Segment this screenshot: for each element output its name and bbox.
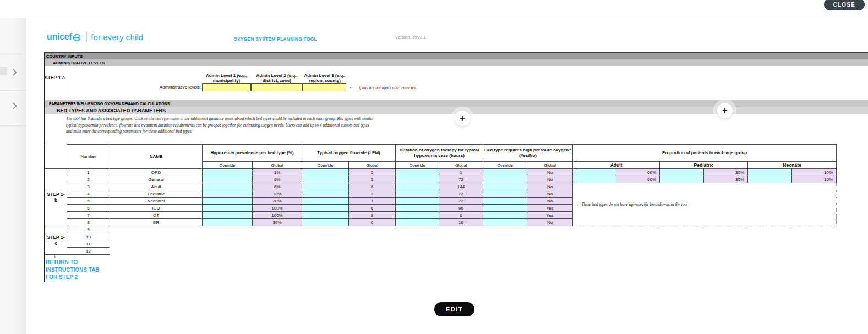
flowrate-global-cell: 6 [349,205,396,212]
hypoxemia-global-cell: 6% [253,176,302,183]
neonate-override-cell[interactable] [748,176,792,183]
flowrate-override-cell[interactable] [302,205,349,212]
flowrate-override-cell[interactable] [302,219,349,226]
bed-type-name-cell[interactable]: General [110,176,203,183]
description-line: The tool has 8 standard bed type groups.… [66,116,484,122]
subheader-neonate: Neonate [748,162,837,169]
bed-type-name-cell[interactable]: OT [110,212,203,219]
flowrate-global-cell: 6 [349,219,396,226]
duration-override-cell[interactable] [396,205,439,212]
flowrate-override-cell[interactable] [302,169,349,176]
unicef-globe-icon [73,34,81,42]
version-label: Version: exV2.1 [395,35,426,40]
hypoxemia-override-cell[interactable] [203,183,253,190]
number-cell[interactable]: 12 [67,248,110,255]
custom-bed-types-table: STEP 1-c 9 10 11 12 [45,226,110,255]
flowrate-override-cell[interactable] [302,198,349,205]
adult-global-cell: 60% [616,169,660,176]
duration-override-cell[interactable] [396,190,439,198]
down-arrow-icon: ↓ [53,253,56,259]
expand-row-button[interactable] [8,67,19,78]
subheader-global: Global [349,162,396,169]
adult-override-cell[interactable] [573,169,616,176]
duration-global-cell: 72 [439,198,483,205]
pediatric-override-cell[interactable] [660,169,704,176]
duration-override-cell[interactable] [396,183,439,190]
number-cell: 8 [67,219,110,226]
flowrate-override-cell[interactable] [302,183,349,190]
sheet-title: OXYGEN SYSTEM PLANNING TOOL [209,36,341,42]
bed-type-name-cell[interactable]: OPD [110,169,203,176]
edit-button[interactable]: EDIT [434,302,474,316]
duration-global-cell: 72 [439,176,483,183]
add-annotation-button[interactable]: + [717,103,733,118]
sidebar-divider [0,54,26,54]
link-line: RETURN TO [46,259,100,266]
neonate-override-cell[interactable] [748,169,792,176]
table-row: 3 Adult 6% 6 144 No ← These bed types do… [45,183,837,190]
chevron-right-icon [10,69,17,76]
duration-global-cell: 96 [439,205,483,212]
close-button[interactable]: CLOSE [824,0,865,10]
flowrate-override-cell[interactable] [302,190,349,198]
number-cell[interactable]: 11 [67,240,110,248]
flowrate-global-cell: 1 [349,198,396,205]
number-cell[interactable]: 9 [67,226,110,233]
hypoxemia-global-cell: 20% [253,198,302,205]
duration-override-cell[interactable] [396,198,439,205]
neonate-global-cell: 10% [792,169,837,176]
number-cell[interactable]: 10 [67,233,110,240]
expand-row-button[interactable] [8,100,19,111]
admin-level-2-input[interactable] [251,83,302,91]
pediatric-override-cell[interactable] [660,176,704,183]
number-cell: 1 [67,169,110,176]
hypoxemia-override-cell[interactable] [203,198,253,205]
hypoxemia-override-cell[interactable] [203,212,253,219]
add-annotation-button[interactable]: + [455,111,470,126]
flowrate-global-cell: 2 [349,190,396,198]
sidebar-divider [0,125,26,126]
bed-type-name-cell[interactable]: Pediatric [110,190,203,198]
high-pressure-override-cell[interactable] [483,198,527,205]
hypoxemia-override-cell[interactable] [203,169,253,176]
hypoxemia-override-cell[interactable] [203,205,253,212]
duration-global-cell: 16 [439,219,483,226]
flowrate-override-cell[interactable] [302,212,349,219]
bed-type-name-cell[interactable]: Neonatal [110,198,203,205]
admin-level-3-input[interactable] [302,83,346,91]
duration-override-cell[interactable] [396,169,439,176]
high-pressure-override-cell[interactable] [483,190,527,198]
bed-type-name-cell[interactable]: ER [110,219,203,226]
subheader-global: Global [439,162,483,169]
flowrate-global-cell: 5 [349,169,396,176]
section-administrative-levels: ADMINISTRATIVE LEVELS [45,59,868,66]
high-pressure-override-cell[interactable] [483,169,527,176]
high-pressure-global-cell: No [527,198,573,205]
high-pressure-override-cell[interactable] [483,205,527,212]
hypoxemia-override-cell[interactable] [203,190,253,198]
duration-override-cell[interactable] [396,212,439,219]
col-header-proportion: Proportion of patients in each age group [573,145,837,162]
duration-override-cell[interactable] [396,176,439,183]
adult-override-cell[interactable] [573,176,616,183]
high-pressure-override-cell[interactable] [483,219,527,226]
high-pressure-global-cell: No [527,219,573,226]
administrative-levels-row-label: Administrative levels: [127,85,201,90]
admin-level-1-input[interactable] [202,83,251,91]
hypoxemia-override-cell[interactable] [203,176,253,183]
high-pressure-override-cell[interactable] [483,212,527,219]
bed-type-name-cell[interactable]: ICU [110,205,203,212]
flowrate-global-cell: 6 [349,183,396,190]
subheader-override: Override [302,162,349,169]
duration-override-cell[interactable] [396,219,439,226]
return-to-instructions-link[interactable]: RETURN TO INSTRUCTIONS TAB FOR STEP 2 [46,259,100,281]
high-pressure-global-cell: No [527,176,573,183]
hypoxemia-override-cell[interactable] [203,219,253,226]
high-pressure-global-cell: Yes [527,205,573,212]
high-pressure-override-cell[interactable] [483,176,527,183]
section-country-inputs: COUNTRY INPUTS [45,52,868,59]
admin-level-1-header: Admin Level 1 (e.g., municipality) [202,67,251,83]
bed-type-name-cell[interactable]: Adult [110,183,203,190]
flowrate-override-cell[interactable] [302,176,349,183]
high-pressure-override-cell[interactable] [483,183,527,190]
